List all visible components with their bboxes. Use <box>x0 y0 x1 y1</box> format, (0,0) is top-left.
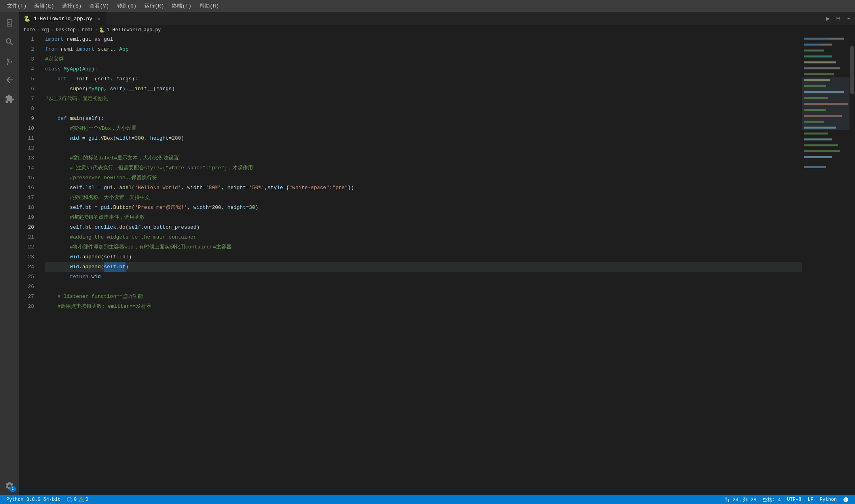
ln-15: 15 <box>19 173 38 183</box>
python-version-label: Python 3.8.0 64-bit <box>6 497 61 502</box>
activity-run-debug[interactable] <box>0 70 19 89</box>
error-count: 0 <box>74 497 77 502</box>
ln-3: 3 <box>19 54 38 64</box>
ln-20: 20 <box>19 222 38 232</box>
ln-25: 25 <box>19 272 38 282</box>
menu-edit[interactable]: 编辑(E) <box>30 1 58 11</box>
breadcrumb-xgj[interactable]: xgj <box>41 27 50 33</box>
split-editor-button[interactable]: ⊟ <box>835 13 842 24</box>
svg-text:!: ! <box>80 498 82 502</box>
ln-8: 8 <box>19 104 38 114</box>
menu-run[interactable]: 运行(R) <box>141 1 168 11</box>
breadcrumb-python-icon: 🐍 <box>99 27 105 33</box>
scrollbar-thumb[interactable] <box>850 46 854 94</box>
menu-goto[interactable]: 转到(G) <box>113 1 141 11</box>
svg-rect-21 <box>804 133 828 135</box>
tab-close-button[interactable]: ✕ <box>95 16 102 22</box>
code-line-5: def __init__(self, *args): <box>45 74 802 84</box>
tab-actions: ▶ ⊟ ⋯ <box>821 12 855 25</box>
code-line-4: class MyApp(App): <box>45 64 802 74</box>
menu-help[interactable]: 帮助(H) <box>196 1 223 11</box>
menu-view[interactable]: 查看(V) <box>86 1 113 11</box>
breadcrumb-home[interactable]: home <box>24 27 35 33</box>
code-line-6: super(MyApp, self).__init__(*args) <box>45 84 802 94</box>
svg-rect-14 <box>804 91 844 93</box>
svg-rect-5 <box>820 44 832 45</box>
activity-settings[interactable]: 1 <box>0 476 19 495</box>
svg-rect-15 <box>804 97 828 99</box>
warning-count: 0 <box>86 497 88 502</box>
status-errors[interactable]: ✕ 0 ! 0 <box>64 495 91 504</box>
line-col-label: 行 24，列 28 <box>725 496 756 503</box>
activity-search[interactable] <box>0 32 19 51</box>
run-button[interactable]: ▶ <box>825 13 832 24</box>
code-line-16: self.lbl = gui.Label('Hello\n World', wi… <box>45 183 802 193</box>
svg-rect-2 <box>804 38 828 40</box>
status-python-version[interactable]: Python 3.8.0 64-bit <box>3 495 64 504</box>
breadcrumb-desktop[interactable]: Desktop <box>56 27 76 33</box>
status-line-col[interactable]: 行 24，列 28 <box>722 495 760 504</box>
menu-select[interactable]: 选择(S) <box>58 1 86 11</box>
svg-rect-3 <box>828 38 844 40</box>
ln-17: 17 <box>19 193 38 203</box>
ln-10: 10 <box>19 123 38 133</box>
code-line-12 <box>45 143 802 153</box>
tab-helloworld[interactable]: 🐍 1-Helloworld_app.py ✕ <box>19 12 107 25</box>
activity-extensions[interactable] <box>0 89 19 108</box>
status-spaces[interactable]: 空格: 4 <box>760 495 784 504</box>
code-line-13: #窗口的标签label=显示文本，大小比例法设置 <box>45 153 802 163</box>
svg-rect-24 <box>804 150 840 152</box>
code-line-10: #实例化一个VBox，大小设置 <box>45 123 802 133</box>
ln-24: 24 <box>19 262 38 272</box>
code-content[interactable]: import remi.gui as gui from remi import … <box>42 34 802 495</box>
status-notification[interactable] <box>840 495 852 504</box>
editor-scrollbar[interactable] <box>849 34 855 495</box>
ln-19: 19 <box>19 212 38 222</box>
svg-rect-13 <box>804 85 826 87</box>
code-line-19: #绑定按钮的点击事件，调用函数 <box>45 212 802 222</box>
svg-rect-18 <box>804 115 842 117</box>
ln-12: 12 <box>19 143 38 153</box>
minimap-svg <box>802 34 849 495</box>
status-eol[interactable]: LF <box>804 495 816 504</box>
ln-7: 7 <box>19 94 38 104</box>
tab-bar: 🐍 1-Helloworld_app.py ✕ ▶ ⊟ ⋯ <box>19 12 855 26</box>
svg-rect-19 <box>804 121 824 123</box>
svg-rect-4 <box>804 44 820 45</box>
svg-rect-17 <box>804 109 826 111</box>
svg-rect-23 <box>804 144 838 146</box>
minimap[interactable] <box>802 34 849 495</box>
menu-terminal[interactable]: 终端(T) <box>168 1 195 11</box>
warning-icon: ! <box>78 497 84 502</box>
svg-rect-9 <box>804 67 840 69</box>
encoding-label: UTF-8 <box>787 497 801 502</box>
activity-source-control[interactable] <box>0 51 19 70</box>
code-line-17: #按钮和名称、大小设置，支持中文 <box>45 193 802 203</box>
settings-badge: 1 <box>10 486 16 492</box>
eol-label: LF <box>808 497 813 502</box>
error-icon: ✕ <box>67 497 72 502</box>
breadcrumb-file[interactable]: 1-Helloworld_app.py <box>106 27 161 33</box>
svg-rect-20 <box>804 127 836 129</box>
status-language[interactable]: Python <box>817 495 840 504</box>
code-line-3: #定义类 <box>45 54 802 64</box>
status-encoding[interactable]: UTF-8 <box>784 495 804 504</box>
ln-26: 26 <box>19 282 38 292</box>
code-line-11: wid = gui.VBox(width=300, height=200) <box>45 133 802 143</box>
svg-rect-10 <box>804 73 834 75</box>
line-numbers: 1 2 3 4 5 6 7 8 9 10 11 12 13 14 15 16 1… <box>19 34 42 495</box>
ln-13: 13 <box>19 153 38 163</box>
ln-1: 1 <box>19 34 38 44</box>
svg-rect-16 <box>804 103 848 105</box>
code-line-26 <box>45 282 802 292</box>
breadcrumb-remi[interactable]: remi <box>82 27 93 33</box>
code-line-2: from remi import start, App <box>45 44 802 54</box>
svg-text:✕: ✕ <box>68 498 70 502</box>
code-line-22: #将小部件添加到主容器wid，有时候上面实例化用container=主容器 <box>45 242 802 252</box>
menu-file[interactable]: 文件(F) <box>3 1 30 11</box>
more-actions-button[interactable]: ⋯ <box>845 13 852 24</box>
ln-14: 14 <box>19 163 38 173</box>
activity-explorer[interactable] <box>0 13 19 32</box>
ln-5: 5 <box>19 74 38 84</box>
svg-rect-22 <box>804 138 832 140</box>
